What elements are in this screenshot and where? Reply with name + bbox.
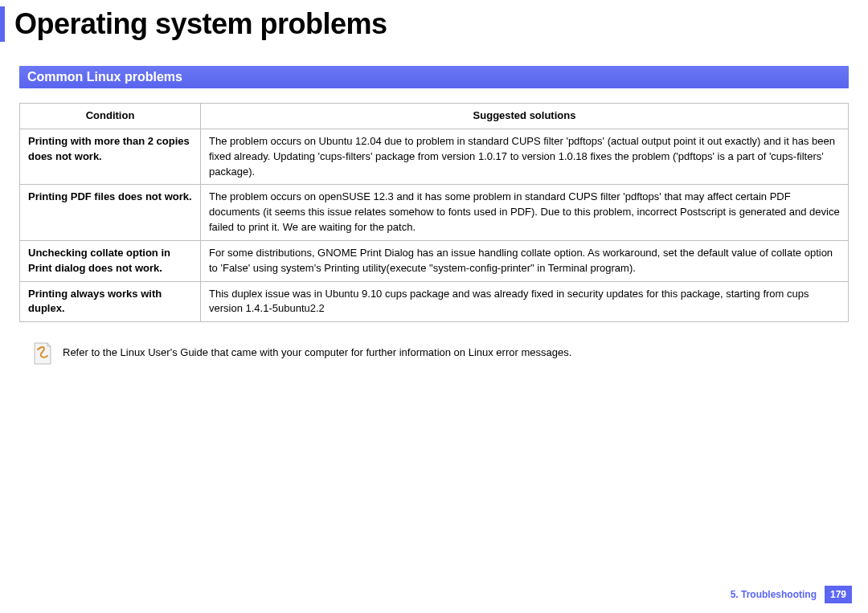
- cell-solution: The problem occurs on Ubuntu 12.04 due t…: [201, 129, 849, 185]
- cell-solution: For some distributions, GNOME Print Dial…: [201, 240, 849, 281]
- header-solution: Suggested solutions: [201, 104, 849, 129]
- cell-condition: Unchecking collate option in Print dialo…: [20, 240, 201, 281]
- header-condition: Condition: [20, 104, 201, 129]
- table-row: Printing with more than 2 copies does no…: [20, 129, 849, 185]
- title-accent: [0, 6, 5, 42]
- title-bar: Operating system problems: [0, 0, 868, 42]
- note-row: Refer to the Linux User's Guide that cam…: [32, 341, 849, 366]
- table-row: Unchecking collate option in Print dialo…: [20, 240, 849, 281]
- section: Common Linux problems Condition Suggeste…: [19, 66, 849, 322]
- cell-solution: This duplex issue was in Ubuntu 9.10 cup…: [201, 281, 849, 322]
- table-row: Printing always works with duplex. This …: [20, 281, 849, 322]
- table-row: Printing PDF files does not work. The pr…: [20, 185, 849, 241]
- footer-chapter: 5. Troubleshooting: [731, 589, 817, 600]
- table-header-row: Condition Suggested solutions: [20, 104, 849, 129]
- cell-condition: Printing PDF files does not work.: [20, 185, 201, 241]
- note-icon: [32, 341, 53, 366]
- page-number: 179: [825, 586, 852, 603]
- problems-table: Condition Suggested solutions Printing w…: [19, 103, 849, 322]
- footer: 5. Troubleshooting 179: [731, 586, 852, 603]
- cell-condition: Printing always works with duplex.: [20, 281, 201, 322]
- note-text: Refer to the Linux User's Guide that cam…: [63, 341, 571, 358]
- cell-solution: The problem occurs on openSUSE 12.3 and …: [201, 185, 849, 241]
- section-header: Common Linux problems: [19, 66, 849, 88]
- cell-condition: Printing with more than 2 copies does no…: [20, 129, 201, 185]
- page-title: Operating system problems: [14, 7, 387, 41]
